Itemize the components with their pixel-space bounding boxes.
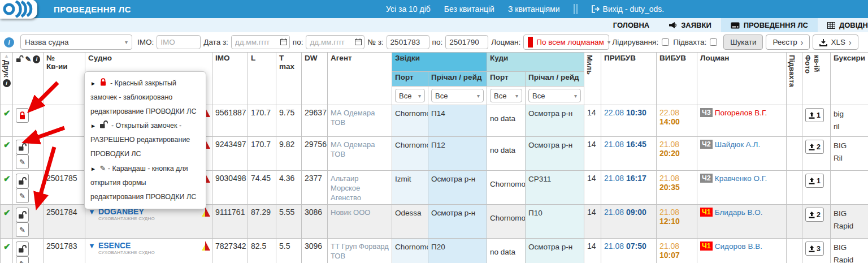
col-dw[interactable]: DW: [302, 53, 328, 105]
col-pilot[interactable]: Лоцман: [697, 53, 787, 105]
arrival-time: 09:00: [626, 208, 646, 217]
upload-icon: [809, 212, 815, 218]
lock-closed-button[interactable]: [16, 108, 29, 123]
check-icon: ✔: [3, 108, 11, 118]
cell-miles: 14: [584, 205, 601, 239]
lock-open-button[interactable]: [16, 242, 29, 256]
logout-label: Вихід - duty_ods.: [603, 5, 665, 14]
leading-checkbox[interactable]: [662, 38, 669, 46]
cell-pilot: Ч1Сидоров В.В.: [697, 239, 787, 263]
edit-button[interactable]: ✎: [16, 256, 29, 263]
topbar-links: Усі за 10 діб Без квитанцій З квитанціям…: [386, 0, 664, 18]
col-imo[interactable]: IMO: [212, 53, 248, 105]
tooltip-line-closed-lock: ► - Красный закрытый замочек - заблокиро…: [90, 76, 200, 119]
cell-pilot: Ч1Блидарь В.О.: [697, 205, 787, 239]
col-arrived[interactable]: ПРИБУВ: [601, 53, 657, 105]
search-type-value: Назва судна: [25, 38, 68, 46]
link-all-10-days[interactable]: Усі за 10 діб: [386, 5, 431, 14]
cell-num: 2501784: [44, 205, 85, 239]
col-length[interactable]: L: [248, 53, 276, 105]
photo-upload-button[interactable]: 3: [805, 242, 824, 256]
pencil-icon: ✎: [25, 55, 32, 63]
num-to-input[interactable]: [445, 35, 488, 49]
search-button[interactable]: Шукати: [723, 35, 763, 50]
upload-icon: [809, 245, 815, 252]
cell-miles: 14: [584, 105, 601, 137]
photo-upload-button[interactable]: 1: [805, 108, 824, 122]
from-port-filter-select[interactable]: Все ▾: [395, 89, 425, 102]
registry-button[interactable]: Реєстр ›: [766, 35, 810, 50]
col-agent[interactable]: Агент: [328, 53, 392, 105]
info-icon[interactable]: i: [3, 79, 11, 87]
edit-button[interactable]: ✎: [16, 222, 29, 237]
edit-button[interactable]: ✎: [16, 154, 29, 169]
link-with-receipts[interactable]: З квитанціями: [508, 5, 560, 14]
photo-upload-button[interactable]: 1: [805, 174, 824, 188]
col-tugs[interactable]: Буксири: [831, 53, 868, 105]
pilot-name-link[interactable]: Кравченко О.Г.: [715, 174, 767, 183]
imo-input[interactable]: [157, 35, 201, 49]
calendar-icon[interactable]: [280, 38, 287, 45]
tug-name: BIG: [834, 242, 865, 254]
cell-print: ✔: [1, 239, 13, 263]
pilot-select[interactable]: По всем лоцманам ▾: [523, 35, 609, 50]
info-icon[interactable]: i: [4, 37, 14, 48]
vessel-name-link[interactable]: ESENCE: [98, 242, 155, 250]
col-from-berth: Прічал / рейд: [428, 72, 487, 87]
to-berth-filter-select[interactable]: Все ▾: [528, 89, 581, 102]
chevron-down-icon: ▾: [418, 93, 421, 99]
cell-shift: [787, 205, 802, 239]
photo-upload-button[interactable]: 2: [805, 208, 824, 222]
flags: [202, 241, 210, 251]
pilot-name-link[interactable]: Блидарь В.О.: [715, 208, 763, 217]
lock-open-icon: [16, 55, 24, 63]
cell-print: ✔: [1, 137, 13, 171]
col-receipt-number[interactable]: № Кв-ии: [44, 53, 85, 105]
cell-draft: 5.5: [276, 239, 302, 263]
search-type-select[interactable]: Назва судна ▾: [20, 35, 132, 50]
to-port-filter-value: Все: [494, 92, 506, 100]
tab-pilotage[interactable]: ПРОВЕДЕННЯ ЛС: [721, 18, 818, 32]
pilot-name-link[interactable]: Сидоров В.В.: [715, 242, 762, 251]
departure-date: 21.08: [659, 208, 679, 217]
cell-agent: Альтаир Морское Агенство: [328, 171, 392, 205]
shift-checkbox[interactable]: [710, 38, 717, 46]
col-draft[interactable]: T max: [276, 53, 302, 105]
col-departed[interactable]: ВИБУВ: [657, 53, 697, 105]
lock-open-button[interactable]: [16, 208, 29, 222]
link-no-receipts[interactable]: Без квитанцій: [444, 5, 494, 14]
from-berth-filter-select[interactable]: Все ▾: [431, 89, 484, 102]
tab-directories[interactable]: ДОВІДН: [818, 18, 868, 32]
col-print[interactable]: ▲ Друк i: [1, 53, 13, 105]
calendar-icon[interactable]: [355, 38, 362, 45]
col-shift[interactable]: Підвахта: [787, 53, 802, 105]
cell-photo: 2: [802, 137, 831, 171]
col-photo[interactable]: Фото кв-ій: [802, 53, 831, 105]
num-from-input[interactable]: [387, 35, 429, 49]
tab-requests[interactable]: ЗАЯВКИ: [659, 18, 721, 32]
main-tabs: ГОЛОВНА ЗАЯВКИ ПРОВЕДЕННЯ ЛС ДОВІДН: [0, 18, 868, 32]
cell-draft: 9.82: [276, 137, 302, 171]
pilot-name-link[interactable]: Погорелов В.Г.: [715, 109, 767, 117]
lock-open-button[interactable]: [16, 140, 29, 154]
tug-name: BIG: [834, 140, 865, 152]
cell-from-port: Odessa: [392, 205, 428, 239]
table-row: ✔ ✎ 2501783 ▼ ESENCE СУХОВАНТАЖНЕ СУДНО: [1, 239, 868, 263]
pilot-name-link[interactable]: Шайдюк А.Л.: [715, 140, 760, 149]
top-bar: ПРОВЕДЕННЯ ЛС Усі за 10 діб Без квитанці…: [0, 0, 868, 18]
photo-upload-button[interactable]: 2: [805, 140, 824, 154]
edit-button[interactable]: ✎: [16, 188, 29, 203]
info-icon[interactable]: i: [33, 55, 40, 63]
lock-open-icon: [99, 120, 108, 129]
tab-home[interactable]: ГОЛОВНА: [604, 18, 659, 32]
cell-print: ✔: [1, 205, 13, 239]
lock-open-button[interactable]: [16, 174, 29, 188]
cell-photo: 2: [802, 205, 831, 239]
shift-badge: Ч2: [700, 174, 713, 183]
logout-link[interactable]: Вихід - duty_ods.: [591, 5, 665, 14]
col-miles[interactable]: Миль: [584, 53, 601, 105]
xls-export-button[interactable]: XLS ›: [813, 35, 858, 50]
cell-from-port: Izmit: [392, 171, 428, 205]
to-port-filter-select[interactable]: Все ▾: [490, 89, 522, 102]
cell-tugs: BIG Rapid: [831, 205, 868, 239]
